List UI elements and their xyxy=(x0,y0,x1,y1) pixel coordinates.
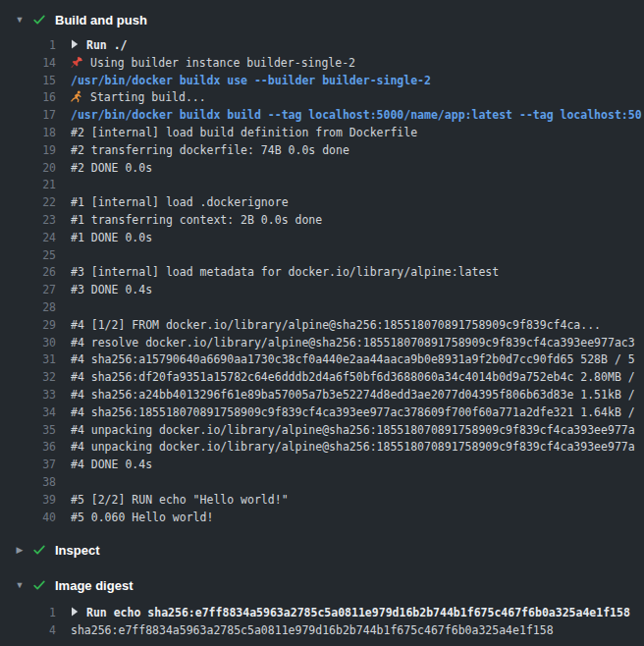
line-number[interactable]: 31 xyxy=(0,351,56,369)
log-text-content: /usr/bin/docker buildx use --builder bui… xyxy=(71,74,431,87)
line-number[interactable]: 14 xyxy=(0,55,56,73)
step-title: Build and push xyxy=(55,13,147,27)
log-text-content: #4 unpacking docker.io/library/alpine@sh… xyxy=(71,440,635,454)
chevron-down-icon[interactable]: ▼ xyxy=(14,10,26,29)
log-text-content: #5 [2/2] RUN echo "Hello world!" xyxy=(71,493,289,507)
log-line: 21 xyxy=(0,177,644,194)
chevron-down-icon[interactable]: ▼ xyxy=(14,575,26,595)
log-text-content: #2 [internal] load build definition from… xyxy=(71,126,417,139)
line-number[interactable]: 36 xyxy=(0,439,56,457)
log-text: #4 [1/2] FROM docker.io/library/alpine@s… xyxy=(71,317,601,335)
line-number[interactable]: 25 xyxy=(0,247,56,265)
log-line: 36#4 unpacking docker.io/library/alpine@… xyxy=(0,439,644,457)
log-text: #5 [2/2] RUN echo "Hello world!" xyxy=(71,492,289,510)
log-text: #5 0.060 Hello world! xyxy=(71,510,213,527)
log-text: #4 sha256:a15790640a6690aa1730c38cf0a440… xyxy=(71,351,635,369)
line-number[interactable]: 26 xyxy=(0,264,56,282)
log-text: #3 DONE 0.4s xyxy=(71,282,152,299)
line-number[interactable]: 38 xyxy=(0,474,56,492)
log-text: #2 transferring dockerfile: 74B 0.0s don… xyxy=(71,142,349,160)
step-header-build-and-push[interactable]: ▼ Build and push xyxy=(0,10,644,29)
log-text-content: #2 transferring dockerfile: 74B 0.0s don… xyxy=(71,143,349,157)
log-text: #2 [internal] load build definition from… xyxy=(71,125,417,142)
log-text-content: #2 DONE 0.0s xyxy=(71,161,152,175)
log-text-content: #4 [1/2] FROM docker.io/library/alpine@s… xyxy=(71,318,601,332)
line-number[interactable]: 37 xyxy=(0,457,56,474)
log-command-text: /usr/bin/docker buildx use --builder bui… xyxy=(71,73,431,90)
log-text-content: Run ./ xyxy=(86,38,128,52)
log-text-content: #4 sha256:df20fa9351a15782c64e6dddb2d4a6… xyxy=(71,370,635,384)
log-text-content: #4 DONE 0.4s xyxy=(71,458,152,471)
line-number[interactable]: 29 xyxy=(0,317,56,335)
line-number[interactable]: 20 xyxy=(0,160,56,178)
check-icon xyxy=(32,13,46,27)
line-number[interactable]: 15 xyxy=(0,73,56,90)
line-number[interactable]: 40 xyxy=(0,510,56,527)
log-text: #4 resolve docker.io/library/alpine@sha2… xyxy=(71,335,635,352)
line-number[interactable]: 39 xyxy=(0,492,56,510)
step-header-inspect[interactable]: ▶ Inspect xyxy=(0,540,644,560)
expand-arrow-icon[interactable] xyxy=(71,605,79,622)
log-text: #1 DONE 0.0s xyxy=(71,230,152,247)
workflow-log-viewer: ▼ Build and push 1Run ./14Using builder … xyxy=(0,0,644,640)
line-number[interactable]: 17 xyxy=(0,107,56,125)
log-line: 32#4 sha256:df20fa9351a15782c64e6dddb2d4… xyxy=(0,369,644,387)
log-line: 17/usr/bin/docker buildx build --tag loc… xyxy=(0,107,644,125)
log-text: #4 DONE 0.4s xyxy=(71,457,152,474)
log-line: 1Run echo sha256:e7ff8834a5963a2785c5a08… xyxy=(0,605,644,622)
log-line: 40#5 0.060 Hello world! xyxy=(0,510,644,527)
log-text: #1 transferring context: 2B 0.0s done xyxy=(71,212,322,230)
line-number[interactable]: 4 xyxy=(0,622,56,640)
log-line: 20#2 DONE 0.0s xyxy=(0,160,644,178)
log-line: 22#1 [internal] load .dockerignore xyxy=(0,194,644,212)
log-group-header-text[interactable]: Run echo sha256:e7ff8834a5963a2785c5a081… xyxy=(71,605,630,622)
log-line: 38 xyxy=(0,474,644,492)
log-text: #4 sha256:a24bb4013296f61e89ba57005a7b3e… xyxy=(71,387,635,404)
line-number[interactable]: 28 xyxy=(0,299,56,317)
line-number[interactable]: 24 xyxy=(0,230,56,247)
line-number[interactable]: 16 xyxy=(0,89,56,107)
line-number[interactable]: 1 xyxy=(0,37,56,55)
log-text-content: #4 sha256:185518070891758909c9f839cf4ca3… xyxy=(71,405,635,419)
step-title: Image digest xyxy=(55,578,133,593)
line-number[interactable]: 33 xyxy=(0,387,56,404)
log-line: 1Run ./ xyxy=(0,37,644,55)
check-icon xyxy=(32,578,46,592)
line-number[interactable]: 35 xyxy=(0,422,56,440)
log-line: 34#4 sha256:185518070891758909c9f839cf4c… xyxy=(0,404,644,422)
line-number[interactable]: 21 xyxy=(0,177,56,194)
line-number[interactable]: 18 xyxy=(0,125,56,142)
log-text-content: Run echo sha256:e7ff8834a5963a2785c5a081… xyxy=(86,606,630,619)
log-text-content: #1 transferring context: 2B 0.0s done xyxy=(71,213,322,227)
line-number[interactable]: 34 xyxy=(0,404,56,422)
log-line: 35#4 unpacking docker.io/library/alpine@… xyxy=(0,422,644,440)
line-number[interactable]: 23 xyxy=(0,212,56,230)
log-text-content: #1 DONE 0.0s xyxy=(71,231,152,244)
line-number[interactable]: 1 xyxy=(0,605,56,622)
log-text-content: #4 sha256:a15790640a6690aa1730c38cf0a440… xyxy=(71,352,635,366)
log-text: sha256:e7ff8834a5963a2785c5a0811e979d16b… xyxy=(71,622,554,640)
line-number[interactable]: 22 xyxy=(0,194,56,212)
step-inspect: ▶ Inspect xyxy=(0,540,644,560)
log-text: #2 DONE 0.0s xyxy=(71,160,152,178)
log-group-header-text[interactable]: Run ./ xyxy=(71,37,128,55)
log-text-content: Starting build... xyxy=(90,90,206,104)
line-number[interactable]: 27 xyxy=(0,282,56,299)
log-line: 25 xyxy=(0,247,644,265)
line-number[interactable]: 30 xyxy=(0,335,56,352)
log-text-content: #4 sha256:a24bb4013296f61e89ba57005a7b3e… xyxy=(71,388,635,402)
chevron-right-icon[interactable]: ▶ xyxy=(14,540,26,560)
log-line: 23#1 transferring context: 2B 0.0s done xyxy=(0,212,644,230)
log-text-content: Using builder instance builder-single-2 xyxy=(90,56,355,70)
step-log-build-and-push: 1Run ./14Using builder instance builder-… xyxy=(0,37,644,526)
step-header-image-digest[interactable]: ▼ Image digest xyxy=(0,575,644,595)
step-build-and-push: ▼ Build and push 1Run ./14Using builder … xyxy=(0,0,644,526)
log-line: 24#1 DONE 0.0s xyxy=(0,230,644,247)
line-number[interactable]: 19 xyxy=(0,142,56,160)
log-line: 16Starting build... xyxy=(0,89,644,107)
log-line: 28 xyxy=(0,299,644,317)
line-number[interactable]: 32 xyxy=(0,369,56,387)
log-line: 30#4 resolve docker.io/library/alpine@sh… xyxy=(0,335,644,352)
expand-arrow-icon[interactable] xyxy=(71,37,79,55)
log-text: #4 unpacking docker.io/library/alpine@sh… xyxy=(71,422,635,440)
